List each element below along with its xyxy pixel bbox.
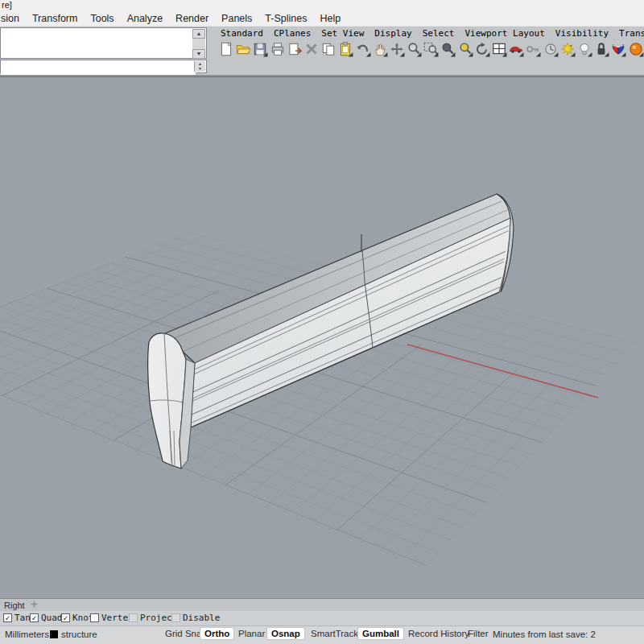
viewport-canvas[interactable] (0, 77, 644, 598)
window-title: re] (0, 0, 644, 11)
osnap-option-tan[interactable]: ✓Tan (3, 613, 31, 623)
menu-item-sion[interactable]: sion (0, 13, 26, 24)
toolbar-tab-viewport-layout[interactable]: Viewport Layout (464, 28, 544, 39)
new-file-icon[interactable] (218, 39, 235, 62)
command-area: ▲ ▼ ▲▼ (0, 27, 208, 74)
menu-item-panels[interactable]: Panels (215, 13, 258, 24)
export-page-icon[interactable] (287, 39, 303, 62)
command-history[interactable]: ▲ ▼ (0, 27, 207, 59)
menu-item-analyze[interactable]: Analyze (121, 13, 169, 24)
toolbar-tab-set-view[interactable]: Set View (321, 28, 364, 39)
command-spinner[interactable]: ▲▼ (194, 61, 205, 72)
menu-bar: sionTransformToolsAnalyzeRenderPanelsT-S… (0, 11, 644, 27)
menu-item-tools[interactable]: Tools (84, 13, 120, 24)
zoom-window-icon[interactable] (423, 39, 440, 62)
x-axis-line (407, 345, 598, 398)
status-toggle-osnap[interactable]: Osnap (267, 628, 304, 639)
toolbar-tab-select[interactable]: Select (423, 28, 455, 39)
pan-hand-icon[interactable] (372, 39, 389, 62)
light-bulb-icon[interactable] (576, 39, 593, 62)
viewport-layout-icon[interactable] (491, 39, 508, 62)
checkbox-label: Quad (41, 613, 63, 623)
toolbar-tab-visibility[interactable]: Visibility (555, 28, 609, 39)
toolbar-tab-transform[interactable]: Transform (619, 28, 644, 39)
menu-item-help[interactable]: Help (313, 13, 347, 24)
units-label[interactable]: Millimeters (5, 630, 49, 639)
toolbar-tabs: StandardCPlanesSet ViewDisplaySelectView… (221, 28, 644, 39)
checkbox-vertex[interactable] (90, 613, 99, 622)
osnap-option-quad[interactable]: ✓Quad (30, 613, 63, 623)
command-history-scrollbar[interactable]: ▲ ▼ (192, 29, 205, 59)
lock-icon[interactable] (593, 39, 610, 62)
checkbox-tan[interactable]: ✓ (3, 613, 12, 622)
viewport-tab-star-icon[interactable] (30, 600, 39, 610)
zoom-extents-icon[interactable] (457, 39, 474, 62)
viewport-tab-row: Right (0, 598, 644, 611)
zoom-icon[interactable] (406, 39, 423, 62)
checkbox-disable[interactable] (171, 613, 180, 622)
status-toggle-filter[interactable]: Filter (464, 628, 493, 639)
save-file-icon[interactable] (252, 39, 269, 62)
move-cross-icon[interactable] (389, 39, 406, 62)
3d-viewport[interactable] (0, 76, 644, 598)
zoom-dynamic-icon[interactable] (440, 39, 456, 62)
scroll-down-icon[interactable]: ▼ (192, 49, 205, 59)
splash-icon[interactable] (559, 39, 576, 62)
key-icon[interactable] (525, 39, 542, 62)
osnap-option-disable[interactable]: Disable (171, 613, 220, 623)
status-bar: Millimeters structure Minutes from last … (0, 625, 644, 644)
toolbar-tab-standard[interactable]: Standard (221, 28, 263, 39)
checkbox-label: Disable (183, 613, 220, 623)
menu-item-render[interactable]: Render (169, 13, 215, 24)
paste-icon[interactable] (337, 39, 354, 62)
command-line: ▲▼ (0, 60, 207, 73)
checkbox-project[interactable] (129, 613, 138, 622)
layer-color-swatch (50, 630, 58, 638)
rotate-view-icon[interactable] (474, 39, 491, 62)
osnap-option-knot[interactable]: ✓Knot (61, 613, 94, 623)
toolbar-tab-display[interactable]: Display (374, 28, 411, 39)
viewport-tab-right[interactable]: Right (0, 601, 30, 610)
toolbar-icons (218, 39, 644, 64)
checkbox-quad[interactable]: ✓ (30, 613, 39, 622)
open-file-icon[interactable] (235, 39, 252, 62)
scroll-up-icon[interactable]: ▲ (192, 29, 205, 39)
osnap-option-project[interactable]: Project (129, 613, 177, 623)
status-toggle-gumball[interactable]: Gumball (358, 628, 403, 639)
display-mode-car-icon[interactable] (508, 39, 525, 62)
osnap-row: ✓Tan✓Quad✓KnotVertexProjectDisable (0, 611, 644, 625)
checkbox-knot[interactable]: ✓ (61, 613, 70, 622)
cut-icon[interactable] (303, 39, 320, 62)
undo-icon[interactable] (355, 39, 372, 62)
save-timer-message: Minutes from last save: 2 (493, 630, 596, 639)
render-circle-icon[interactable] (628, 39, 644, 62)
layer-name: structure (61, 630, 97, 639)
status-toggle-ortho[interactable]: Ortho (200, 628, 233, 639)
toolbar-zone: ▲ ▼ ▲▼ StandardCPlanesSet ViewDisplaySel… (0, 27, 644, 76)
history-clock-icon[interactable] (543, 39, 559, 62)
menu-item-tsplines[interactable]: T-Splines (258, 13, 313, 24)
status-toggle-smarttrack[interactable]: SmartTrack (307, 628, 362, 639)
current-layer[interactable]: structure (50, 630, 97, 639)
copy-icon[interactable] (320, 39, 337, 62)
toolbar-tab-cplanes[interactable]: CPlanes (274, 28, 311, 39)
shade-shield-icon[interactable] (610, 39, 627, 62)
status-toggle-planar[interactable]: Planar (234, 628, 269, 639)
menu-item-transform[interactable]: Transform (26, 13, 85, 24)
command-input[interactable] (1, 63, 196, 75)
checkbox-label: Tan (14, 613, 31, 623)
print-icon[interactable] (270, 39, 287, 62)
osnap-option-vertex[interactable]: Vertex (90, 613, 134, 623)
